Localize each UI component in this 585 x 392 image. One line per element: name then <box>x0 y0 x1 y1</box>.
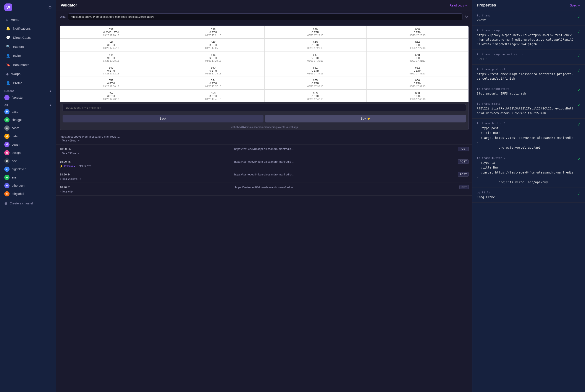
sidebar-item-notifications[interactable]: 🔔 Notifications <box>2 24 54 33</box>
read-docs-link[interactable]: Read docs → <box>449 4 468 7</box>
channel-avatar-coom: c <box>4 126 10 131</box>
refresh-button[interactable]: ↻ <box>464 14 469 20</box>
channel-label-base: base <box>12 110 18 113</box>
sidebar-item-label-notifications: Notifications <box>13 26 31 30</box>
channel-label-eigenlayer: eigenlayer <box>12 168 26 171</box>
channel-avatar-eigenlayer: e <box>4 166 10 172</box>
log-timing: ○ Total 499ms <box>60 139 76 142</box>
frame-cell: 637 0.00001 ETH 03/23 17:20:13 <box>60 26 162 38</box>
check-icon: ✓ <box>577 68 581 73</box>
recent-section-header: Recent ▲ <box>0 88 56 94</box>
url-input[interactable] <box>68 14 462 20</box>
check-icon: ✓ <box>577 122 581 127</box>
channel-item-ethereum[interactable]: e ethereum <box>0 182 56 190</box>
log-time: 18:20:34 <box>60 173 71 176</box>
frame-cell: 652 0 ETH 03/23 17:35:13 <box>366 64 468 77</box>
check-icon: ✓ <box>577 88 581 93</box>
sidebar-item-label-profile: Profile <box>13 81 22 85</box>
channel-item-degen[interactable]: d degen <box>0 140 56 148</box>
channel-label-dev: dev <box>12 159 17 163</box>
log-tx-data[interactable]: ⚡ Tx Data ▼ <box>60 165 76 168</box>
channel-avatar-degen: d <box>4 142 10 147</box>
prop-key: fc:frame:state <box>477 102 574 105</box>
frame-cell: 639 0 ETH 03/23 17:22:13 <box>264 26 367 38</box>
settings-button[interactable]: ⚙ <box>48 5 52 10</box>
sidebar-item-label-warps: Warps <box>11 72 21 76</box>
all-section-header: All ▲ <box>0 102 56 108</box>
prop-content: fc:frame:image https://proxy.wrpcd.net/?… <box>477 29 574 46</box>
sidebar-item-explore[interactable]: 🔍 Explore <box>2 42 54 51</box>
properties-list: fc:frame vNext ✓ fc:frame:image https://… <box>472 11 585 392</box>
direct-casts-nav-icon: 💬 <box>6 36 11 40</box>
frame-cell: 642 0 ETH 03/23 17:25:13 <box>162 38 264 51</box>
channel-avatar-ens: e <box>4 175 10 180</box>
channel-item-ethglobal[interactable]: e ethglobal <box>0 190 56 198</box>
prop-value: https://proxy.wrpcd.net/?url=https%3A%2F… <box>477 33 574 46</box>
prop-value: Frog Frame <box>477 195 574 200</box>
bookmarks-nav-icon: 🔖 <box>6 63 11 67</box>
chevron-expand-icon[interactable]: ▼ <box>79 178 81 180</box>
sidebar-item-profile[interactable]: 👤 Profile <box>2 78 54 88</box>
channel-label-ethglobal: ethglobal <box>12 192 24 196</box>
spec-link[interactable]: Spec → <box>570 4 581 7</box>
sidebar-item-warps[interactable]: ◆ Warps <box>2 70 54 78</box>
log-meta: ○ Total 499ms▼ <box>60 139 469 142</box>
chevron-expand-icon[interactable]: ▼ <box>78 140 80 142</box>
plus-icon: ⊕ <box>4 201 8 206</box>
log-entry-header: 18:20:34https://test-ebev844qm-alessandr… <box>60 172 469 176</box>
frame-cell: 656 0 ETH 03/23 17:39:13 <box>366 77 468 90</box>
channel-item-dev[interactable]: d dev <box>0 157 56 165</box>
app-logo[interactable]: W <box>4 4 12 11</box>
log-entry: https://test-ebev844qm-alessandro-manfre… <box>56 133 472 144</box>
profile-nav-icon: 👤 <box>6 81 11 85</box>
sidebar-item-home[interactable]: ⌂ Home <box>2 15 54 24</box>
prop-key: fc:frame:button:1 <box>477 122 574 125</box>
channel-item-base[interactable]: b base <box>0 108 56 116</box>
frame-cell: 655 0 ETH 03/23 17:38:13 <box>264 77 367 90</box>
log-entry: 18:20:56https://test-ebev844qm-alessandr… <box>56 144 472 157</box>
log-entry: 18:20:45https://test-ebev844qm-alessandr… <box>56 157 472 170</box>
frame-text-input[interactable] <box>63 104 466 111</box>
frame-cell: 646 0 ETH 03/23 17:29:13 <box>162 51 264 64</box>
prop-value: :type post :title Back :target https://t… <box>477 126 574 150</box>
log-url[interactable]: https://test-ebev844qm-alessandro-manfre… <box>234 147 294 150</box>
log-timing: Total 622ms <box>77 165 91 168</box>
sidebar-item-direct-casts[interactable]: 💬 Direct Casts <box>2 33 54 42</box>
frame-cell: 649 0 ETH 03/23 17:32:13 <box>60 64 162 77</box>
log-entry-header: 18:20:45https://test-ebev844qm-alessandr… <box>60 160 469 164</box>
channel-item-design[interactable]: d design <box>0 148 56 157</box>
create-channel-button[interactable]: ⊕ Create a channel <box>0 199 56 208</box>
channel-label-ethereum: ethereum <box>12 184 25 187</box>
prop-content: fc:frame:input:text Slot,amount, IPFS mu… <box>477 87 574 96</box>
log-entry: 18:20:34https://test-ebev844qm-alessandr… <box>56 170 472 183</box>
log-url[interactable]: https://test-ebev844qm-alessandro-manfre… <box>60 135 120 138</box>
frame-cell: 657 0 ETH 03/23 17:40:13 <box>60 90 162 102</box>
log-url[interactable]: https://test-ebev844qm-alessandro-manfre… <box>235 186 295 189</box>
sidebar-item-invite[interactable]: 👤 Invite <box>2 51 54 60</box>
frame-input-area <box>60 102 468 113</box>
channel-item-coom[interactable]: c coom <box>0 124 56 132</box>
recent-item-farcaster[interactable]: f farcaster <box>0 94 56 102</box>
log-meta: ○ Total 2285ms▼ <box>60 178 469 180</box>
main-panel: Validator Read docs → URL ↻ 637 0.00001 … <box>56 0 472 392</box>
channel-avatar-farcaster: f <box>4 95 10 100</box>
chevron-expand-icon[interactable]: ▼ <box>78 152 80 155</box>
channel-item-chatgpt[interactable]: c chatgpt <box>0 116 56 124</box>
home-nav-icon: ⌂ <box>6 18 8 22</box>
channel-item-eigenlayer[interactable]: e eigenlayer <box>0 165 56 173</box>
frame-back-button[interactable]: Back <box>63 115 263 122</box>
channel-item-data[interactable]: d data <box>0 132 56 140</box>
prop-key: fc:frame:post_url <box>477 68 574 71</box>
sidebar-item-label-bookmarks: Bookmarks <box>13 63 29 67</box>
property-item: fc:frame:image https://proxy.wrpcd.net/?… <box>472 26 585 50</box>
channel-avatar-design: d <box>4 150 10 155</box>
frame-cell: 651 0 ETH 03/23 17:34:13 <box>264 64 367 77</box>
frame-cell: 638 0 ETH 03/23 17:21:13 <box>162 26 264 38</box>
channel-item-ens[interactable]: e ens <box>0 173 56 182</box>
frame-buy-button[interactable]: Buy ⚡ <box>265 115 466 122</box>
property-item: fc:frame:button:2 :type tx :title Buy :t… <box>472 153 585 188</box>
sidebar-item-bookmarks[interactable]: 🔖 Bookmarks <box>2 60 54 69</box>
log-url[interactable]: https://test-ebev844qm-alessandro-manfre… <box>234 173 294 176</box>
log-url[interactable]: https://test-ebev844qm-alessandro-manfre… <box>234 160 294 163</box>
prop-key: fc:frame:button:2 <box>477 156 574 160</box>
